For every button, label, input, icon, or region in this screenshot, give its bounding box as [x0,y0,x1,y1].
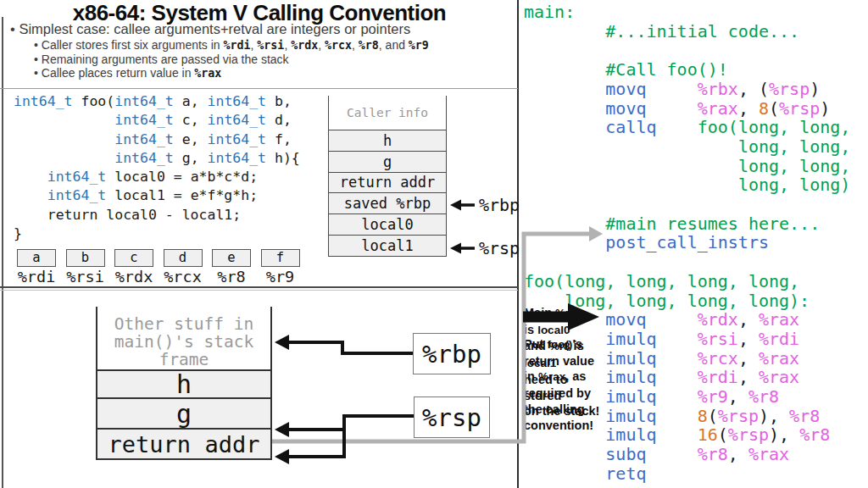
rsp-pointer-label: %rsp [479,238,520,258]
code-line: movq %rax, 8(%rsp) [524,99,850,119]
code-line: Main %rax [524,305,617,322]
code-line: foo(long, long, long, long, [524,272,850,291]
rsp-register-box: %rsp [414,396,490,438]
code-line: long, long, [524,137,850,157]
code-line: main: [524,3,850,22]
param-box: c [114,249,153,267]
rbp-register-box: %rbp [413,333,491,374]
rsp-box-arrowhead-upper [275,422,289,437]
param-box: b [66,249,105,267]
code-line: retq [524,464,850,484]
stack-slot: return addr [329,172,446,193]
code-line: the calling [524,402,617,418]
code-panel-border-shadow [0,290,518,291]
stack-slot: return addr [97,428,270,458]
argument-register-row: a%rdib%rsic%rdxd%rcxe%r8f%r9 [17,249,300,286]
bullet-list: Simplest case: callee arguments+retval a… [10,19,429,80]
param-box: e [212,249,251,267]
code-line: int64_t foo(int64_t a, int64_t b, [14,92,300,111]
code-line: long, long) [524,175,850,195]
code-line: Put foo()'s [524,336,617,353]
arg-mapping-cell: d%rcx [164,249,203,286]
rbp-box-arrow [285,342,413,353]
title-panel-border [0,88,518,89]
code-line: int64_t local0 = a*b*c*d; [14,168,300,186]
code-line: required by [524,385,617,402]
main-stack-frame-label: Other stuff inmain()'s stackframe [97,307,270,369]
code-line: return value [524,353,617,369]
param-box: a [17,249,56,267]
slide-canvas: x86-64: System V Calling Convention Simp… [0,0,868,488]
rsp-box-arrow [285,416,414,457]
code-line: #Call foo()! [524,60,850,80]
register-label: %rdi [17,268,56,286]
stack-slot: h [97,369,270,397]
rbp-pointer-label: %rbp [479,195,520,215]
code-line: int64_t e, int64_t f, [14,130,300,149]
caller-rsp-arrowhead [450,243,461,254]
code-line: in %rax, as [524,369,617,385]
caller-stack-diagram: Caller info hgreturn addrsaved %rbplocal… [328,96,447,257]
code-line: int64_t g, int64_t h){ [14,149,300,168]
caller-rbp-arrowhead [450,200,461,211]
bullet-callee-retval: Callee places return value in %rax [34,66,429,80]
register-label: %r9 [261,268,300,286]
rsp-box-arrowhead-lower [275,449,289,464]
code-line: post_call_instrs [524,233,850,252]
arg-mapping-cell: e%r8 [212,249,251,286]
bullet-simplest-case: Simplest case: callee arguments+retval a… [10,19,429,38]
stack-slot: g [97,397,270,428]
code-panel-border [0,286,518,288]
code-line: return local0 - local1; [14,206,300,225]
stack-slot: local1 [329,235,446,256]
main-stack-diagram: Other stuff inmain()'s stackframe hgretu… [96,307,272,460]
code-line: convention! [524,418,617,434]
code-line [524,252,850,272]
register-label: %r8 [212,268,251,286]
code-line: subq %r8, %rax [524,445,850,464]
code-line [524,195,850,214]
code-line: #...initial code... [524,22,850,42]
code-line: } [14,225,300,243]
stack-slot: h [329,130,446,151]
param-box: d [164,249,203,267]
stack-slot: local0 [329,214,446,235]
code-line: movq %rbx, (%rsp) [524,80,850,99]
code-line: callq foo(long, long, [524,118,850,137]
code-line: int64_t local1 = e*f*g*h; [14,186,300,205]
register-label: %rdx [114,268,153,286]
arg-mapping-cell: b%rsi [66,249,105,286]
bullet-remaining-args: Remaining arguments are passed via the s… [34,53,429,66]
code-line [524,41,850,60]
arg-mapping-cell: c%rdx [114,249,153,286]
code-line: int64_t c, int64_t d, [14,111,300,130]
stack-slot: g [329,151,446,172]
c-source-code: int64_t foo(int64_t a, int64_t b, int64_… [14,92,300,243]
code-line: long, long, [524,157,850,176]
code-line: #main resumes here... [524,214,850,234]
stack-slot: saved %rbp [329,192,446,214]
callout-return-value: Put foo()'sreturn valuein %rax, asrequir… [524,336,617,433]
bullet-caller-stores: Caller stores first six arguments in %rd… [34,38,429,53]
register-label: %rsi [66,268,105,286]
rbp-box-arrowhead [275,335,289,350]
param-box: f [261,249,300,267]
arg-mapping-cell: a%rdi [17,249,56,286]
caller-stack-title: Caller info [329,96,446,130]
arg-mapping-cell: f%r9 [261,249,300,286]
register-label: %rcx [164,268,203,286]
